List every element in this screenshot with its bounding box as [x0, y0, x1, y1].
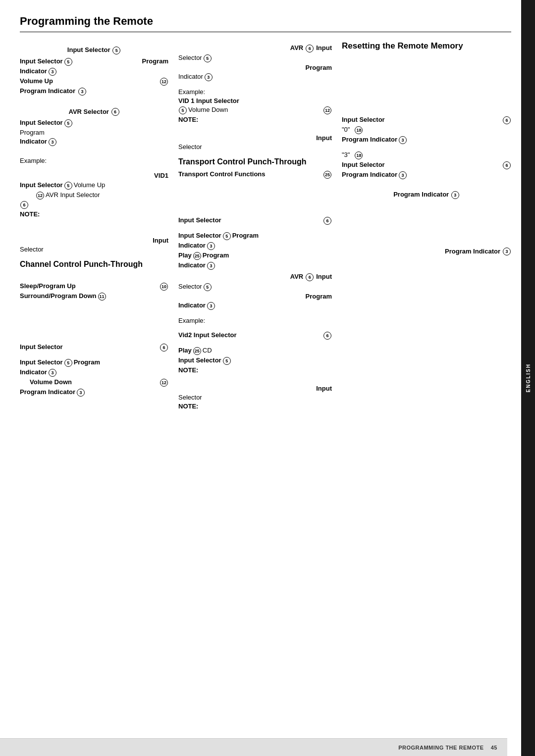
label-note-mid3: NOTE: [178, 403, 198, 410]
circle-3-mid4: 3 [207, 242, 215, 250]
label-indicator-mid6: Indicator [178, 302, 206, 309]
spacer-right1 [342, 146, 511, 150]
label-indicator-d: Indicator [20, 368, 47, 376]
label-input-sel-right: Input Selector [342, 116, 385, 123]
label-vol-down: Volume Down [30, 378, 72, 386]
row-vol-down-12: Volume Down 12 [20, 378, 168, 387]
circle-25c: 25 [193, 347, 201, 355]
page-container: Programming the Remote Input Selector 5 … [0, 0, 535, 756]
label-input-sel-mid3: Input Selector [178, 216, 221, 224]
circle-25a: 25 [323, 171, 331, 179]
row-input-sel-program: Input Selector 5 Program [20, 57, 168, 66]
circle-6-right: 6 [503, 116, 511, 124]
label-note-mid: NOTE: [178, 116, 198, 123]
spacer-mid3 [178, 226, 332, 230]
label-program-mid: Program [306, 64, 332, 71]
row-indicator-mid4: Indicator 3 [178, 242, 332, 250]
label-program-b: Program [20, 129, 45, 136]
row-selector-mid2: Selector [178, 143, 332, 151]
row-input-right: Input [20, 237, 168, 244]
label-vol-up-c: Volume Up [74, 181, 106, 189]
row-indicator-b: Indicator 3 [20, 138, 168, 146]
row-selector-left: Selector [20, 246, 168, 253]
circle-5: 5 [64, 58, 72, 66]
spacer-mid-large [178, 180, 332, 215]
circle-3d: 3 [49, 369, 56, 377]
label-prog-ind-a: Program Indicator [20, 87, 75, 95]
row-prog-ind-center: Program Indicator 3 [342, 191, 511, 199]
row-program-indicator-a: Program Indicator 3 [20, 87, 168, 96]
circle-6-mid2: 6 [306, 273, 314, 281]
row-input-vol-up: Input Selector 5 Volume Up [20, 181, 168, 190]
row-selector-mid: Selector 5 [178, 54, 332, 62]
circle-5-vd: 5 [179, 106, 187, 114]
circle-11: 11 [98, 293, 106, 301]
circle-12b: 12 [36, 192, 44, 200]
label-selector-mid2: Selector [178, 143, 202, 151]
row-input-sel-mid3: Input Selector 6 [178, 216, 332, 225]
row-example-mid: Example: [178, 88, 332, 96]
row-input-5-prog-mid: Input Selector 5 Program [178, 232, 332, 240]
label-indicator-a: Indicator [20, 67, 47, 75]
spacer-mid1 [178, 83, 332, 87]
circle-3b: 3 [78, 88, 86, 96]
spacer1 [20, 97, 168, 105]
label-program-d: Program [74, 358, 100, 366]
input-selector-label: Input Selector [67, 46, 112, 53]
label-input-sel-right2: Input Selector [342, 161, 385, 168]
label-sleep: Sleep/Program Up [20, 282, 76, 290]
row-input-sel-right2: Input Selector 6 [342, 161, 511, 169]
circle-6-vid2: 6 [323, 332, 331, 340]
row-three-18: "3" 18 [342, 151, 511, 159]
left-column: Input Selector 5 Input Selector 5 Progra… [20, 41, 173, 411]
row-note-mid3: NOTE: [178, 403, 332, 410]
circle-6-mid3: 6 [323, 217, 331, 225]
spacer-right-top [342, 55, 511, 114]
row-prog-ind-right-end: Program Indicator 3 [342, 248, 511, 255]
label-surround: Surround/Program Down [20, 292, 97, 300]
label-play-mid: Play [178, 252, 192, 259]
row-note-mid: NOTE: [178, 116, 332, 123]
row-input-5-prog: Input Selector 5 Program [20, 358, 168, 367]
row-program-b: Program [20, 129, 168, 136]
circle-12c: 12 [160, 379, 168, 387]
row-input-right-mid: Input [178, 134, 332, 142]
input-selector-centered: Input Selector 5 [20, 46, 168, 54]
channel-control-heading: Channel Control Punch-Through [20, 260, 168, 269]
row-volume-up: Volume Up 12 [20, 77, 168, 86]
label-selector-mid3: Selector [178, 283, 202, 290]
label-cd: CD [203, 347, 212, 354]
circle-5-mid4: 5 [223, 232, 231, 240]
content-grid: Input Selector 5 Input Selector 5 Progra… [20, 41, 511, 411]
label-input-5: Input Selector [20, 358, 63, 366]
spacer-mid2 [178, 125, 332, 133]
circle-6-right2: 6 [503, 161, 511, 169]
transport-heading: Transport Control Punch-Through [178, 157, 332, 166]
circle-3-right3: 3 [451, 191, 459, 199]
row-input-sel-5b: Input Selector 5 [20, 119, 168, 127]
label-vol-down-mid: Volume Down [188, 106, 228, 113]
resetting-heading: Resetting the Remote Memory [342, 41, 511, 51]
label-zero: "0" [342, 126, 350, 133]
row-example-mid2: Example: [178, 317, 332, 324]
row-input-sel-6: Input Selector 6 [20, 343, 168, 352]
right-column: Resetting the Remote Memory Input Select… [337, 41, 511, 411]
label-program-mid6: Program [306, 293, 332, 300]
label-input-right-mid: Input [316, 134, 332, 142]
label-three: "3" [342, 151, 350, 158]
label-indicator-mid4: Indicator [178, 242, 206, 249]
row-12-avr: 12 AVR Input Selector [20, 191, 168, 200]
circle-3a: 3 [49, 68, 56, 76]
label-input-mid2: Input [316, 273, 332, 280]
label-vid2: Vid2 Input Selector [178, 331, 237, 339]
circle-5d: 5 [64, 359, 72, 367]
label-prog-ind-right2: Program Indicator [342, 171, 397, 178]
circle-6c: 6 [160, 344, 168, 352]
row-surround: Surround/Program Down 11 [20, 292, 168, 301]
label-input-sel-5e: Input Selector [178, 356, 221, 364]
row-prog-ind-right2: Program Indicator 3 [342, 171, 511, 179]
circle-5-mid5: 5 [204, 283, 212, 291]
row-transport-func: Transport Control Functions 25 [178, 170, 332, 179]
middle-column: AVR 6 Input Selector 5 Program Indicator… [173, 41, 337, 411]
label-program: Program [142, 57, 168, 65]
